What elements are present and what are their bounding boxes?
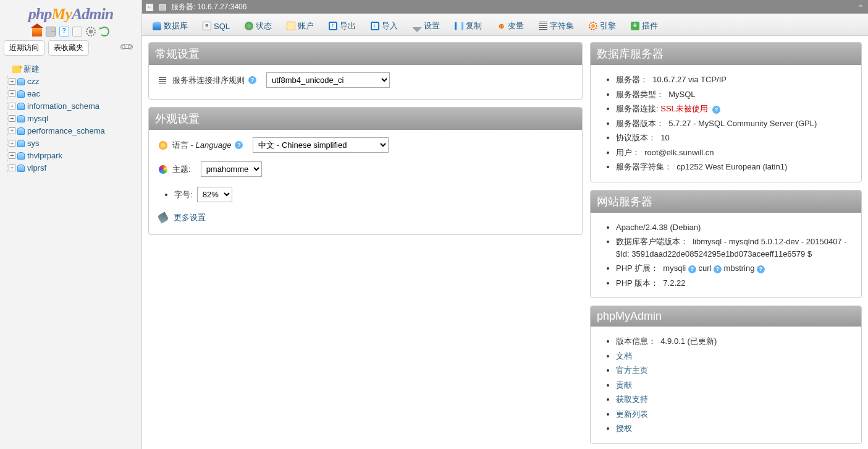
collation-icon — [159, 77, 166, 83]
phpmyadmin-group: phpMyAdmin 版本信息： 4.9.0.1 (已更新) 文档 官方主页 贡… — [590, 306, 862, 444]
language-select[interactable]: 中文 - Chinese simplified — [253, 137, 389, 153]
main-area: ← 服务器: 10.6.7.27:3406 ⌃ 数据库 SQL 状态 账户 导出… — [142, 0, 868, 449]
database-icon — [17, 165, 25, 172]
engine-icon — [589, 22, 597, 30]
docs-icon[interactable] — [59, 27, 69, 36]
users-icon — [287, 22, 295, 30]
db-item-vlprsf[interactable]: +vlprsf — [7, 162, 139, 174]
reload-icon[interactable] — [99, 27, 109, 36]
logout-icon[interactable] — [46, 27, 56, 36]
replication-icon — [455, 22, 463, 30]
tab-databases[interactable]: 数据库 — [146, 16, 195, 35]
nav-settings-icon[interactable] — [86, 27, 96, 36]
db-item-czz[interactable]: +czz — [7, 75, 139, 88]
nav-icon-bar — [0, 25, 141, 38]
tab-replication[interactable]: 复制 — [448, 16, 489, 35]
help-icon[interactable]: ? — [688, 265, 696, 273]
export-icon — [329, 22, 337, 30]
navigation-panel: phpMyAdmin 近期访问 表收藏夹 新建 +czz+eac+informa… — [0, 0, 142, 449]
server-info-item: 服务器： 10.6.7.27 via TCP/IP — [616, 72, 851, 87]
new-database-icon — [12, 66, 21, 73]
recent-tab[interactable]: 近期访问 — [4, 40, 44, 56]
sql-icon — [203, 22, 211, 30]
tab-settings[interactable]: 设置 — [406, 16, 447, 35]
database-server-group: 数据库服务器 服务器： 10.6.7.27 via TCP/IP服务器类型： M… — [590, 42, 862, 182]
sql-window-icon[interactable] — [72, 27, 82, 36]
pma-link-docs[interactable]: 文档 — [616, 351, 632, 361]
database-icon — [17, 90, 25, 98]
expand-icon[interactable]: + — [9, 90, 15, 97]
help-icon[interactable]: ? — [714, 265, 722, 273]
theme-select[interactable]: pmahomme — [201, 161, 262, 177]
server-info-item: 协议版本： 10 — [616, 130, 851, 145]
database-icon — [17, 127, 25, 135]
more-settings-link[interactable]: 更多设置 — [174, 212, 206, 223]
server-info-item: 用户： root@elk.sunwill.cn — [616, 145, 851, 160]
expand-icon[interactable]: + — [9, 165, 15, 171]
expand-icon[interactable]: + — [9, 103, 15, 109]
nav-tabs: 近期访问 表收藏夹 — [0, 38, 141, 58]
page-settings-icon[interactable]: ⌃ — [857, 1, 864, 15]
tab-variables[interactable]: ⊕变量 — [490, 16, 531, 35]
collation-label: 服务器连接排序规则 — [172, 75, 245, 86]
pma-link-contribute[interactable]: 贡献 — [616, 380, 632, 390]
tab-plugins[interactable]: 插件 — [624, 16, 665, 35]
database-icon — [17, 152, 25, 160]
database-server-title: 数据库服务器 — [591, 43, 861, 65]
tab-import[interactable]: 导入 — [364, 16, 405, 35]
db-item-eac[interactable]: +eac — [7, 88, 139, 100]
new-database[interactable]: 新建 — [2, 63, 139, 75]
database-icon — [17, 103, 25, 110]
db-item-information_schema[interactable]: +information_schema — [7, 100, 139, 113]
font-size-row: 字号: 82% — [174, 186, 572, 203]
general-settings-title: 常规设置 — [149, 43, 582, 65]
expand-icon[interactable]: + — [9, 115, 15, 122]
tab-engines[interactable]: 引擎 — [582, 16, 623, 35]
web-server-title: 网站服务器 — [591, 190, 861, 213]
variables-icon: ⊕ — [497, 22, 505, 30]
tab-status[interactable]: 状态 — [238, 16, 279, 35]
pma-link-license[interactable]: 授权 — [616, 424, 632, 433]
font-size-select[interactable]: 82% — [197, 187, 232, 202]
collapse-nav-icon[interactable]: ← — [146, 4, 153, 11]
general-settings-group: 常规设置 服务器连接排序规则 ? utf8mb4_unicode_ci — [148, 42, 583, 100]
theme-icon — [159, 165, 167, 174]
help-icon[interactable]: ? — [712, 106, 720, 114]
status-icon — [245, 22, 253, 30]
server-info-item: 服务器连接: SSL未被使用 ? — [616, 101, 851, 116]
expand-icon[interactable]: + — [9, 140, 15, 147]
language-label: 语言 - Language — [172, 140, 231, 151]
expand-icon[interactable]: + — [9, 127, 15, 134]
tab-charsets[interactable]: 字符集 — [532, 16, 581, 35]
db-item-sys[interactable]: +sys — [7, 137, 139, 150]
pma-link-changes[interactable]: 更新列表 — [616, 409, 648, 419]
server-breadcrumb[interactable]: 服务器: 10.6.7.27:3406 — [171, 2, 247, 11]
wrench-icon — [411, 20, 423, 32]
pma-link-support[interactable]: 获取支持 — [616, 395, 648, 404]
tab-sql[interactable]: SQL — [196, 16, 237, 35]
help-icon[interactable]: ? — [235, 141, 243, 149]
tab-export[interactable]: 导出 — [322, 16, 363, 35]
db-item-performance_schema[interactable]: +performance_schema — [7, 125, 139, 137]
theme-label: 主题: — [172, 164, 191, 175]
db-client-version: 数据库客户端版本： libmysql - mysqlnd 5.0.12-dev … — [616, 234, 851, 261]
help-icon[interactable]: ? — [248, 76, 256, 84]
db-item-mysql[interactable]: +mysql — [7, 113, 139, 125]
pma-version: 版本信息： 4.9.0.1 (已更新) — [616, 334, 851, 349]
expand-icon[interactable]: + — [9, 78, 15, 85]
server-info-item: 服务器版本： 5.7.27 - MySQL Community Server (… — [616, 116, 851, 131]
language-icon — [159, 141, 167, 150]
home-icon[interactable] — [32, 27, 42, 36]
db-item-thvlprpark[interactable]: +thvlprpark — [7, 150, 139, 162]
favorites-tab[interactable]: 表收藏夹 — [48, 40, 89, 56]
pma-link-homepage[interactable]: 官方主页 — [616, 366, 648, 375]
php-extensions: PHP 扩展： mysqli ? curl ? mbstring ? — [616, 261, 851, 276]
tab-users[interactable]: 账户 — [280, 16, 321, 35]
server-icon — [159, 4, 166, 11]
help-icon[interactable]: ? — [757, 265, 765, 273]
expand-icon[interactable]: + — [9, 152, 15, 159]
logo[interactable]: phpMyAdmin — [0, 0, 141, 25]
collation-select[interactable]: utf8mb4_unicode_ci — [266, 72, 390, 88]
charset-icon — [539, 22, 547, 30]
link-icon[interactable] — [122, 44, 132, 49]
